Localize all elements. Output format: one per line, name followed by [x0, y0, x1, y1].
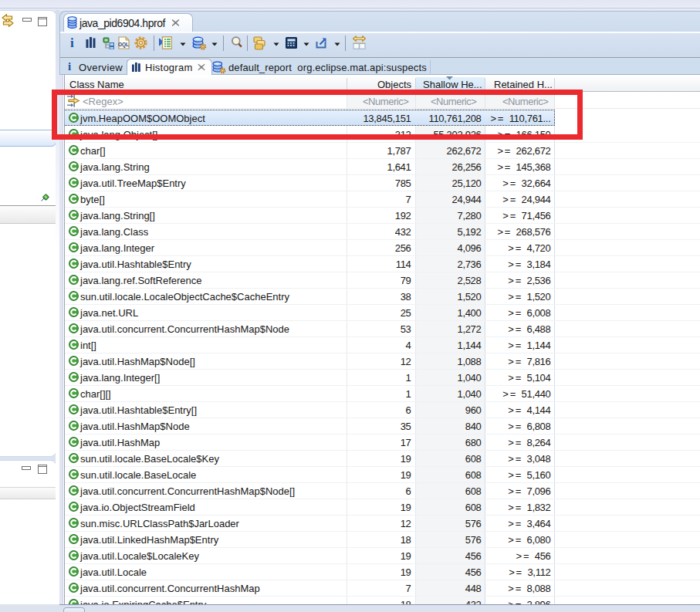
svg-text:OQL: OQL — [118, 42, 129, 48]
